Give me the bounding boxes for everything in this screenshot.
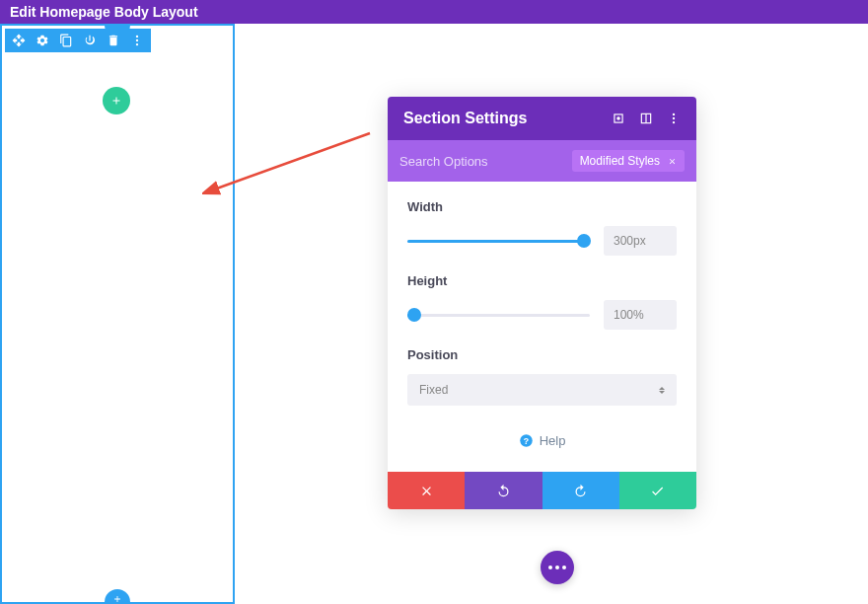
svg-point-2 <box>136 43 138 45</box>
modified-styles-pill[interactable]: Modified Styles <box>572 150 685 172</box>
svg-point-8 <box>673 113 675 115</box>
svg-point-0 <box>136 36 138 38</box>
svg-text:?: ? <box>523 436 528 446</box>
plus-icon <box>110 95 122 107</box>
position-control: Position Fixed <box>407 347 677 406</box>
width-value[interactable]: 300px <box>604 226 677 256</box>
gear-icon[interactable] <box>35 33 50 48</box>
width-slider[interactable] <box>407 240 590 243</box>
plus-icon <box>112 594 122 604</box>
help-button[interactable]: ? Help <box>407 423 677 462</box>
position-select[interactable]: Fixed <box>407 374 677 406</box>
panel-subheader: Search Options Modified Styles <box>388 140 696 182</box>
save-icon[interactable] <box>82 33 98 48</box>
expand-icon[interactable] <box>612 112 625 125</box>
search-options[interactable]: Search Options <box>399 154 488 169</box>
height-value[interactable]: 100% <box>604 300 677 330</box>
width-control: Width 300px <box>407 199 677 256</box>
height-slider[interactable] <box>407 314 590 317</box>
slider-thumb[interactable] <box>407 308 421 322</box>
position-label: Position <box>407 347 677 362</box>
more-vert-icon[interactable] <box>667 112 681 125</box>
section-add-bottom[interactable] <box>105 589 130 604</box>
dots-icon <box>548 566 566 569</box>
redo-button[interactable] <box>542 472 619 509</box>
panel-body: Width 300px Height 100% Position <box>388 182 696 472</box>
check-icon <box>650 484 665 498</box>
modified-styles-label: Modified Styles <box>580 154 660 168</box>
add-row-button[interactable] <box>103 87 130 114</box>
help-icon: ? <box>519 433 534 448</box>
select-caret-icon <box>659 387 665 394</box>
undo-icon <box>496 484 511 498</box>
columns-icon[interactable] <box>639 112 653 125</box>
svg-line-3 <box>214 133 370 189</box>
close-icon[interactable] <box>668 157 677 166</box>
height-label: Height <box>407 273 677 288</box>
cancel-button[interactable] <box>388 472 465 509</box>
height-control: Height 100% <box>407 273 677 330</box>
save-button[interactable] <box>619 472 696 509</box>
redo-icon <box>573 484 588 498</box>
panel-footer <box>388 472 696 509</box>
section-toolbar <box>5 29 151 52</box>
close-icon <box>419 484 434 498</box>
help-label: Help <box>540 433 566 448</box>
position-value: Fixed <box>419 383 448 397</box>
global-actions-fab[interactable] <box>541 551 574 584</box>
more-icon[interactable] <box>129 33 145 48</box>
duplicate-icon[interactable] <box>58 33 74 48</box>
undo-button[interactable] <box>465 472 542 509</box>
settings-panel: Section Settings Search Options Modified… <box>388 97 696 509</box>
panel-header: Section Settings <box>388 97 696 140</box>
move-icon[interactable] <box>11 33 27 48</box>
top-bar: Edit Homepage Body Layout <box>0 0 868 24</box>
panel-title: Section Settings <box>403 110 527 127</box>
trash-icon[interactable] <box>106 33 121 48</box>
slider-thumb[interactable] <box>577 234 591 248</box>
svg-point-9 <box>673 117 675 119</box>
page-title: Edit Homepage Body Layout <box>10 4 198 20</box>
svg-point-5 <box>617 117 619 119</box>
svg-point-1 <box>136 39 138 41</box>
width-label: Width <box>407 199 677 214</box>
svg-point-10 <box>673 121 675 123</box>
